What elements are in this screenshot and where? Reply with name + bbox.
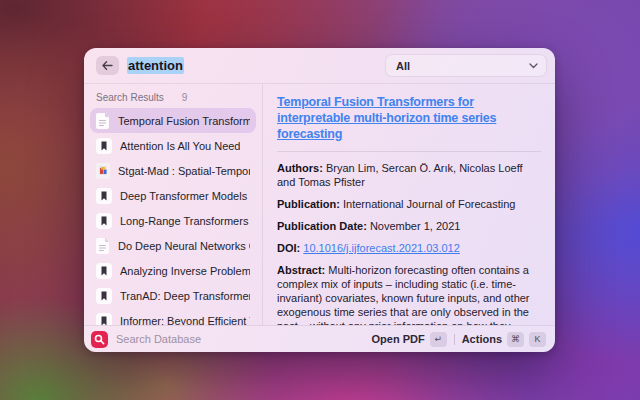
divider [277, 151, 541, 152]
search-result-item[interactable]: Informer: Beyond Efficient Trans [90, 308, 256, 325]
section-header: Search Results 9 [90, 92, 256, 103]
publication-field: Publication: International Journal of Fo… [277, 197, 541, 211]
app-icon [91, 331, 108, 348]
search-query-text: attention [127, 57, 184, 74]
result-title: Attention Is All You Need [120, 140, 240, 152]
paper-title-link[interactable]: Temporal Fusion Transformers for interpr… [277, 94, 541, 142]
divider [454, 334, 455, 345]
bookmark-icon [96, 288, 112, 304]
result-title: Analyzing Inverse Problems with... [120, 265, 250, 277]
k-key-badge: K [529, 332, 546, 347]
search-result-item[interactable]: Do Deep Neural Networks Contr... [90, 233, 256, 258]
result-title: Stgat-Mad : Spatial-Temporal Gr... [118, 165, 250, 177]
back-button[interactable] [96, 56, 119, 75]
document-icon [96, 238, 110, 254]
bookmark-icon [96, 188, 112, 204]
search-input[interactable]: attention [127, 58, 184, 73]
search-icon [94, 334, 105, 345]
open-pdf-label: Open PDF [371, 333, 424, 345]
window-body: Search Results 9 Temporal Fusion Transfo… [84, 84, 555, 325]
actions-label: Actions [462, 333, 502, 345]
chevron-down-icon [529, 63, 538, 69]
abstract-label: Abstract: [277, 264, 325, 276]
publication-value: International Journal of Forecasting [343, 198, 515, 210]
paper-detail-pane: Temporal Fusion Transformers for interpr… [263, 84, 555, 325]
publication-date-value: November 1, 2021 [370, 220, 461, 232]
authors-label: Authors: [277, 162, 323, 174]
enter-key-badge: ↵ [430, 332, 447, 347]
search-result-item[interactable]: Stgat-Mad : Spatial-Temporal Gr... [90, 158, 256, 183]
result-title: Do Deep Neural Networks Contr... [118, 240, 250, 252]
result-title: Long-Range Transformers for D... [120, 215, 250, 227]
doi-link[interactable]: 10.1016/j.ijforecast.2021.03.012 [303, 242, 460, 254]
search-window: attention All Search Results 9 Tempora [84, 48, 555, 352]
bookmark-icon [96, 313, 112, 326]
doi-label: DOI: [277, 242, 300, 254]
cmd-key-badge: ⌘ [507, 332, 524, 347]
search-result-item[interactable]: Long-Range Transformers for D... [90, 208, 256, 233]
database-search-input[interactable] [116, 333, 371, 345]
result-title: TranAD: Deep Transformer Net... [120, 290, 250, 302]
document-icon [96, 113, 110, 129]
publication-label: Publication: [277, 198, 340, 210]
search-result-item[interactable]: Temporal Fusion Transformers f... [90, 108, 256, 133]
bookmark-icon [96, 138, 112, 154]
section-title: Search Results [96, 92, 164, 103]
image-document-icon [96, 163, 110, 179]
authors-field: Authors: Bryan Lim, Sercan Ö. Arık, Nico… [277, 161, 541, 189]
action-bar: Open PDF ↵ Actions ⌘ K [84, 325, 555, 352]
search-results-sidebar: Search Results 9 Temporal Fusion Transfo… [84, 84, 263, 325]
result-title: Deep Transformer Models for Ti... [120, 190, 250, 202]
publication-date-field: Publication Date: November 1, 2021 [277, 219, 541, 233]
doi-field: DOI: 10.1016/j.ijforecast.2021.03.012 [277, 241, 541, 255]
search-result-item[interactable]: Analyzing Inverse Problems with... [90, 258, 256, 283]
filter-dropdown[interactable]: All [385, 54, 547, 77]
back-arrow-icon [102, 61, 113, 70]
filter-dropdown-value: All [396, 60, 529, 72]
result-title: Informer: Beyond Efficient Trans [120, 315, 250, 326]
bookmark-icon [96, 213, 112, 229]
header: attention All [84, 48, 555, 84]
search-result-item[interactable]: Attention Is All You Need [90, 133, 256, 158]
search-result-item[interactable]: Deep Transformer Models for Ti... [90, 183, 256, 208]
actions-menu-button[interactable]: Actions ⌘ K [462, 332, 546, 347]
bookmark-icon [96, 263, 112, 279]
results-count: 9 [182, 92, 188, 103]
search-result-item[interactable]: TranAD: Deep Transformer Net... [90, 283, 256, 308]
open-pdf-action[interactable]: Open PDF ↵ [371, 332, 446, 347]
abstract-field: Abstract: Multi-horizon forecasting ofte… [277, 263, 541, 325]
publication-date-label: Publication Date: [277, 220, 367, 232]
result-title: Temporal Fusion Transformers f... [118, 115, 250, 127]
